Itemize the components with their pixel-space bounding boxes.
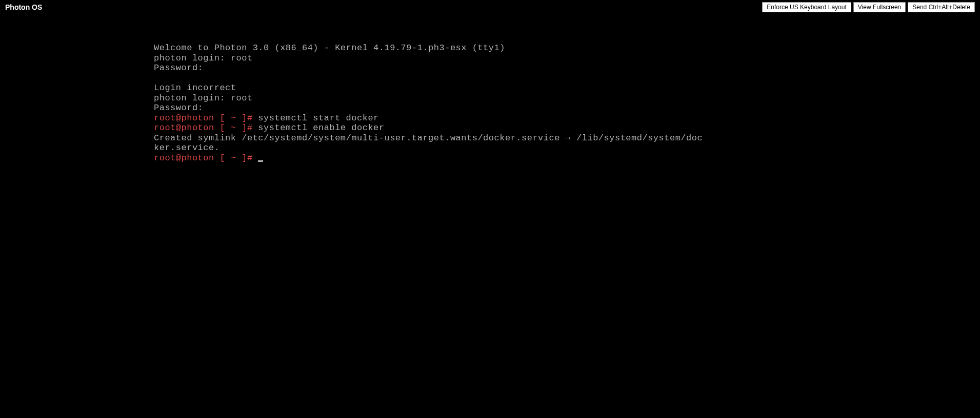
terminal-prompt: root@photon [ ~ ]# (154, 113, 253, 123)
terminal-prompt: root@photon [ ~ ]# (154, 153, 253, 163)
terminal-prompt: root@photon [ ~ ]# (154, 123, 253, 133)
terminal-welcome-line: Welcome to Photon 3.0 (x86_64) - Kernel … (154, 43, 505, 53)
terminal-login-line: photon login: root (154, 53, 253, 63)
terminal-login-incorrect-line: Login incorrect (154, 83, 236, 93)
console-buttons: Enforce US Keyboard Layout View Fullscre… (762, 2, 975, 12)
terminal-command: systemctl start docker (253, 113, 379, 123)
header-bar: Photon OS Enforce US Keyboard Layout Vie… (0, 0, 980, 14)
terminal-command (253, 153, 258, 163)
enforce-keyboard-button[interactable]: Enforce US Keyboard Layout (762, 2, 851, 12)
cursor-icon (258, 160, 263, 162)
terminal-command: systemctl enable docker (253, 123, 385, 133)
console-title: Photon OS (5, 3, 42, 11)
terminal-output[interactable]: Welcome to Photon 3.0 (x86_64) - Kernel … (154, 43, 703, 163)
send-ctrl-alt-delete-button[interactable]: Send Ctrl+Alt+Delete (908, 2, 975, 12)
terminal-login-line: photon login: root (154, 93, 253, 103)
terminal-password-line: Password: (154, 63, 203, 73)
terminal-password-line: Password: (154, 103, 203, 113)
view-fullscreen-button[interactable]: View Fullscreen (853, 2, 906, 12)
terminal-output-line: Created symlink /etc/systemd/system/mult… (154, 133, 703, 153)
